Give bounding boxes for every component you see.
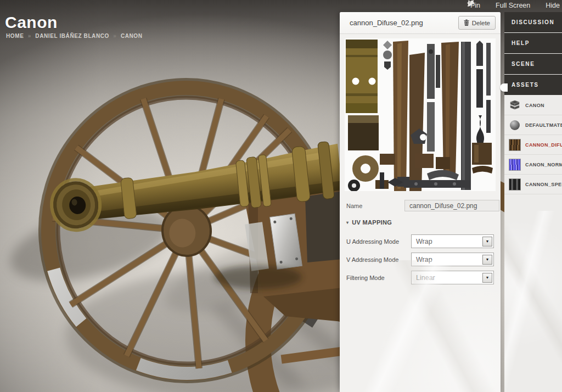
mesh-stack-icon xyxy=(508,99,521,112)
diffuse-texture-thumb xyxy=(508,138,521,152)
specular-texture-thumb xyxy=(508,178,521,191)
filtering-mode-select[interactable]: Linear ▼ xyxy=(411,271,494,284)
asset-label: DEFAULTMATERIAL xyxy=(525,122,562,128)
normal-map-thumb xyxy=(508,158,521,171)
name-label: Name xyxy=(346,203,404,209)
v-addressing-label: V Addressing Mode xyxy=(346,256,411,263)
v-addressing-select[interactable]: Wrap ▼ xyxy=(411,253,494,266)
breadcrumb: HOME » DANIEL IBÁÑEZ BLANCO » CANON xyxy=(6,33,143,39)
tab-assets[interactable]: ASSETS xyxy=(504,75,562,95)
trash-icon xyxy=(464,19,469,27)
tab-scene[interactable]: SCENE xyxy=(504,54,562,74)
uv-mapping-title: UV MAPPING xyxy=(352,219,392,226)
material-sphere-icon xyxy=(508,119,521,132)
breadcrumb-current: CANON xyxy=(121,33,143,39)
chevron-down-icon[interactable]: ▼ xyxy=(482,273,492,283)
asset-label: CANON xyxy=(525,103,544,108)
breadcrumb-author[interactable]: DANIEL IBÁÑEZ BLANCO xyxy=(35,33,109,39)
u-addressing-value: Wrap xyxy=(416,238,482,245)
hide-button[interactable]: Hide xyxy=(542,2,560,9)
uv-atlas-image xyxy=(345,38,496,191)
uv-mapping-section-toggle[interactable]: ▾ UV MAPPING xyxy=(346,219,494,226)
asset-row-cannon-specular[interactable]: CANNON_SPECULAR xyxy=(504,175,562,194)
tab-discussion[interactable]: DISCUSSION xyxy=(504,12,562,32)
filtering-mode-value: Linear xyxy=(416,274,482,282)
full-screen-label: Full Screen xyxy=(496,2,530,9)
v-addressing-value: Wrap xyxy=(416,256,482,264)
tab-assets-label: ASSETS xyxy=(512,82,539,88)
active-tab-notch xyxy=(500,83,508,92)
chevron-down-icon[interactable]: ▼ xyxy=(482,237,492,247)
asset-row-cannon-difuse-02[interactable]: CANNON_DIFUSE_02 xyxy=(504,135,562,155)
u-addressing-label: U Addressing Mode xyxy=(346,238,411,245)
asset-row-defaultmaterial[interactable]: DEFAULTMATERIAL xyxy=(504,115,562,135)
breadcrumb-home[interactable]: HOME xyxy=(6,33,24,39)
delete-button[interactable]: Delete xyxy=(458,16,496,30)
page-title: Canon xyxy=(5,13,58,32)
asset-row-canon[interactable]: CANON xyxy=(504,96,562,115)
asset-row-canon-normal-01[interactable]: CANON_NORMAL_01 xyxy=(504,155,562,175)
filtering-mode-label: Filtering Mode xyxy=(346,275,411,281)
breadcrumb-separator: » xyxy=(28,33,31,39)
u-addressing-select[interactable]: Wrap ▼ xyxy=(411,234,494,248)
tab-help[interactable]: HELP xyxy=(504,33,562,53)
chevron-down-icon[interactable]: ▼ xyxy=(482,255,492,265)
inspector-form: Name ▾ UV MAPPING U Addressing Mode Wrap… xyxy=(340,191,501,284)
texture-preview xyxy=(345,38,496,191)
breadcrumb-separator: » xyxy=(113,33,116,39)
collapse-triangle-icon: ▾ xyxy=(346,220,349,225)
tab-discussion-label: DISCUSSION xyxy=(512,19,554,25)
inspector-header: cannon_Difuse_02.png Delete xyxy=(340,12,501,34)
tab-scene-label: SCENE xyxy=(512,61,535,67)
asset-label: CANNON_SPECULAR xyxy=(525,182,562,187)
asset-label: CANON_NORMAL_01 xyxy=(525,162,562,167)
delete-label: Delete xyxy=(472,20,490,26)
viewer-toolbar: Pin Full Screen Hide xyxy=(467,0,560,10)
hide-label: Hide xyxy=(546,2,560,9)
tab-help-label: HELP xyxy=(512,40,530,46)
sidebar: DISCUSSION HELP SCENE ASSETS CANON DEFAU… xyxy=(504,12,562,392)
full-screen-button[interactable]: Full Screen xyxy=(492,2,530,9)
texture-inspector-panel: cannon_Difuse_02.png Delete xyxy=(340,12,501,392)
inspector-title: cannon_Difuse_02.png xyxy=(350,19,423,27)
name-input[interactable] xyxy=(404,200,499,211)
asset-label: CANNON_DIFUSE_02 xyxy=(525,142,562,148)
